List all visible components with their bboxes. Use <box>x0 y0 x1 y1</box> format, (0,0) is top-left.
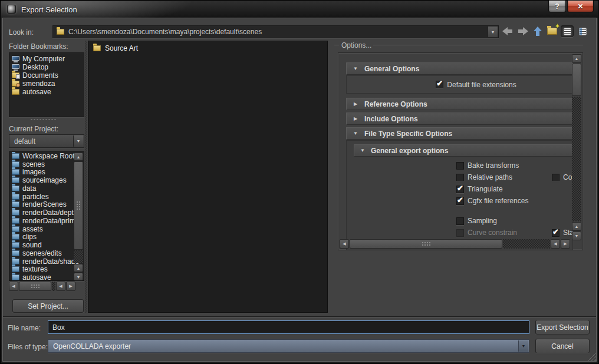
section-header-include-options[interactable]: ▶ Include Options <box>346 112 573 125</box>
folder-label: Workspace Root <box>22 152 74 160</box>
section-header-reference-options[interactable]: ▶ Reference Options <box>346 98 573 110</box>
project-folder-item[interactable]: scenes/edits <box>9 249 84 257</box>
project-folder-item[interactable]: autosave <box>9 273 84 281</box>
bookmark-item-desktop[interactable]: Desktop <box>9 63 84 71</box>
project-folder-item[interactable]: assets <box>9 225 84 233</box>
section-label: Include Options <box>364 115 418 123</box>
checkbox-sampling[interactable]: ✔ Sampling <box>456 215 497 227</box>
help-button[interactable]: ? <box>548 1 566 12</box>
bookmark-item-smendoza[interactable]: smendoza <box>9 80 84 88</box>
collapse-triangle-icon: ▼ <box>354 148 371 153</box>
bookmark-item-autosave[interactable]: autosave <box>9 88 84 96</box>
bookmark-label: My Computer <box>22 55 65 63</box>
cancel-button[interactable]: Cancel <box>535 339 590 353</box>
checkbox-default-file-extensions[interactable]: ✔ Default file extensions <box>436 81 516 89</box>
project-folder-item[interactable]: images <box>9 168 84 177</box>
checkbox-relative-paths[interactable]: ✔ Relative paths <box>456 171 512 183</box>
scroll-track[interactable] <box>52 282 55 291</box>
checkbox-label: Sampling <box>468 217 497 225</box>
project-folder-item[interactable]: renderData/depth <box>9 209 84 217</box>
folder-icon <box>12 259 19 264</box>
up-triangle-icon: ▲ <box>77 266 81 270</box>
folder-label: renderScenes <box>22 200 67 209</box>
project-folder-item[interactable]: renderScenes <box>9 201 84 209</box>
project-folder-item[interactable]: clips <box>9 233 84 241</box>
scroll-left-button[interactable]: ◀ <box>56 282 65 291</box>
back-button[interactable] <box>502 27 513 35</box>
project-folder-item[interactable]: textures <box>9 266 84 274</box>
path-combobox[interactable]: C:\Users\smendoza\Documents\maya\project… <box>52 25 499 38</box>
path-dropdown-button[interactable]: ▼ <box>488 27 498 37</box>
checkbox-box: ✔ <box>456 174 464 181</box>
scroll-right-button[interactable]: ▶ <box>66 282 75 291</box>
up-arrow-icon <box>534 27 542 31</box>
project-folder-item[interactable]: renderData/iprIma <box>9 217 84 225</box>
left-triangle-icon: ◀ <box>554 241 557 246</box>
checkbox-curve-constrain[interactable]: ✔ Curve constrain <box>456 227 517 239</box>
bookmark-item-my-computer[interactable]: My Computer <box>9 55 84 63</box>
scroll-left-button[interactable]: ◀ <box>340 239 349 249</box>
checkbox-triangulate[interactable]: ✔ Triangulate <box>456 183 503 195</box>
section-header-file-type-specific-options[interactable]: ▼ File Type Specific Options <box>346 127 573 140</box>
files-of-type-dropdown[interactable]: OpenCOLLADA exporter ▼ <box>48 339 529 353</box>
close-button[interactable]: ✕ <box>567 1 594 12</box>
scroll-track[interactable] <box>74 250 83 263</box>
vertical-splitter-handle[interactable] <box>85 41 87 313</box>
panel-splitter-handle[interactable] <box>30 118 57 121</box>
scroll-thumb[interactable] <box>19 282 51 291</box>
scroll-track[interactable] <box>572 97 581 221</box>
current-project-dropdown[interactable]: default ▼ <box>9 134 84 148</box>
folder-icon <box>12 201 19 207</box>
subsection-header-general-export-options[interactable]: ▼ General export options <box>354 144 572 157</box>
list-view-button[interactable] <box>561 25 574 37</box>
project-folder-item[interactable]: renderData/shade <box>9 257 84 266</box>
scroll-right-button[interactable]: ▶ <box>561 239 570 249</box>
scroll-left-button[interactable]: ◀ <box>9 282 18 291</box>
scroll-up-button[interactable]: ▲ <box>74 264 83 272</box>
app-icon <box>7 5 16 14</box>
question-icon: ? <box>555 2 559 11</box>
project-folder-item[interactable]: Workspace Root <box>9 152 84 160</box>
set-project-button[interactable]: Set Project... <box>12 299 84 313</box>
checkbox-box: ✔ <box>456 186 464 193</box>
checkbox-copy-clipped[interactable]: ✔ Cop <box>552 171 573 183</box>
export-selection-button[interactable]: Export Selection <box>535 320 590 335</box>
project-folder-item[interactable]: data <box>9 184 84 193</box>
project-folder-item[interactable]: sourceimages <box>9 176 84 184</box>
up-triangle-icon: ▲ <box>77 155 81 159</box>
new-folder-button[interactable]: ✶ <box>547 28 557 35</box>
bookmark-item-documents[interactable]: Documents <box>9 71 84 80</box>
file-name-input[interactable] <box>48 320 529 334</box>
up-directory-button[interactable] <box>533 27 542 36</box>
title-bar[interactable]: Export Selection <box>1 1 598 18</box>
star-icon: ✶ <box>555 22 560 30</box>
checkbox-label: Bake transforms <box>468 161 519 170</box>
project-folder-item[interactable]: scenes <box>9 160 84 168</box>
forward-button[interactable] <box>518 27 528 35</box>
scroll-left-button[interactable]: ◀ <box>551 239 560 249</box>
scroll-down-button[interactable]: ▼ <box>74 273 83 281</box>
scroll-track[interactable] <box>503 239 550 249</box>
checkbox-bake-transforms[interactable]: ✔ Bake transforms <box>456 160 519 171</box>
folder-icon <box>12 226 19 232</box>
project-folder-item[interactable]: sound <box>9 241 84 249</box>
scroll-up-button[interactable]: ▲ <box>572 222 581 231</box>
checkbox-label: Cgfx file references <box>468 197 528 205</box>
collapse-triangle-icon: ▼ <box>347 66 364 71</box>
checkbox-static-clipped[interactable]: ✔ Sta <box>552 227 573 239</box>
file-list-area[interactable]: Source Art <box>88 41 328 313</box>
section-header-general-options[interactable]: ▼ General Options <box>346 62 573 75</box>
scroll-up-button[interactable]: ▲ <box>572 54 581 63</box>
current-project-dropdown-button[interactable]: ▼ <box>73 135 83 147</box>
scroll-thumb[interactable] <box>74 161 83 250</box>
scroll-thumb[interactable] <box>350 239 502 249</box>
checkbox-cgfx-file-references[interactable]: ✔ Cgfx file references <box>456 195 528 207</box>
folder-label: renderData/iprIma <box>22 217 80 225</box>
details-view-button[interactable] <box>576 25 589 37</box>
scroll-thumb[interactable] <box>572 64 581 96</box>
scroll-up-button[interactable]: ▲ <box>74 153 83 161</box>
project-folder-item[interactable]: particles <box>9 193 84 201</box>
file-item-source-art[interactable]: Source Art <box>88 43 327 54</box>
scroll-down-button[interactable]: ▼ <box>572 231 581 240</box>
files-of-type-dropdown-button[interactable]: ▼ <box>518 340 528 352</box>
